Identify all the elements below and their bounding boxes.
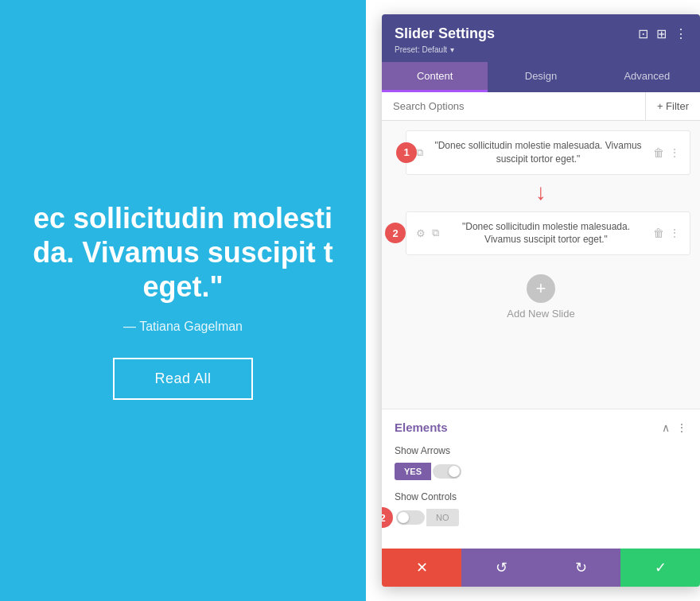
redo-button[interactable]: ↻ [541,549,620,587]
slide-2-copy-icon[interactable]: ⧉ [432,227,439,239]
panel-title: Slider Settings [395,25,495,42]
step-badge-2: 2 [385,223,406,243]
add-slide-circle: + [527,274,555,303]
show-arrows-track[interactable] [433,464,461,479]
expand-icon[interactable]: ⊡ [638,26,648,41]
slide-1-actions: 🗑 ⋮ [653,146,680,159]
quote-text: ec sollicitudin molesti da. Vivamus susc… [32,201,334,304]
save-button[interactable]: ✓ [620,549,700,587]
preset-label[interactable]: Preset: Default ▾ [395,45,687,54]
slide-1-text: "Donec sollicitudin molestie malesuada. … [430,139,647,166]
show-arrows-label: Show Arrows [395,445,687,456]
elements-collapse-icon[interactable]: ∧ [662,421,670,434]
show-arrows-yes[interactable]: YES [395,463,431,480]
show-controls-no[interactable]: NO [426,509,459,526]
show-controls-track[interactable] [396,510,425,525]
slide-reorder-arrow: ↓ [391,181,690,204]
slide-2-delete-icon[interactable]: 🗑 [653,227,664,239]
show-controls-label: Show Controls [395,491,687,502]
slider-settings-panel: Slider Settings ⊡ ⊞ ⋮ Preset: Default ▾ … [382,14,700,587]
slide-2-actions: 🗑 ⋮ [653,227,680,239]
elements-more-icon[interactable]: ⋮ [676,421,687,434]
tab-design[interactable]: Design [488,62,593,92]
more-options-icon[interactable]: ⋮ [675,26,687,41]
show-controls-toggle[interactable]: NO [395,509,459,526]
tab-advanced[interactable]: Advanced [594,62,700,92]
quote-author: — Tatiana Gagelman [123,320,243,334]
slide-2-wrapper: 2 ⚙ ⧉ "Donec sollicitudin molestie males… [391,211,690,256]
tab-content[interactable]: Content [382,62,488,92]
filter-button[interactable]: + Filter [645,92,700,120]
add-new-slide[interactable]: + Add New Slide [391,262,690,332]
panel-header: Slider Settings ⊡ ⊞ ⋮ Preset: Default ▾ [382,14,700,62]
preset-text: Preset: Default [395,45,447,54]
show-arrows-thumb [449,466,460,477]
show-controls-toggle-wrapper: 2 NO [395,509,687,526]
elements-header: Elements ∧ ⋮ [395,421,687,434]
cancel-button[interactable]: ✕ [382,549,461,587]
slide-2-gear-icon[interactable]: ⚙ [416,227,426,239]
add-slide-label: Add New Slide [507,308,574,320]
show-arrows-toggle[interactable]: YES [395,463,687,480]
search-bar: + Filter [382,92,700,121]
slide-item-2: ⚙ ⧉ "Donec sollicitudin molestie malesua… [406,211,690,256]
elements-section: Elements ∧ ⋮ Show Arrows YES Show Contro… [382,409,700,549]
left-panel: ec sollicitudin molesti da. Vivamus susc… [0,0,366,601]
slide-1-more-icon[interactable]: ⋮ [669,146,680,159]
step-badge-controls: 2 [382,507,393,528]
slide-1-delete-icon[interactable]: 🗑 [653,146,664,159]
search-input[interactable] [382,92,645,120]
tabs-bar: Content Design Advanced [382,62,700,92]
header-icons: ⊡ ⊞ ⋮ [638,26,687,41]
slide-2-text: "Donec sollicitudin molestie malesuada. … [445,220,647,247]
arrow-down-icon: ↓ [535,181,546,204]
read-all-button[interactable]: Read All [113,358,252,400]
slide-1-copy-icon[interactable]: ⧉ [416,146,423,159]
elements-title: Elements [395,421,448,434]
slide-1-wrapper: 1 ⧉ "Donec sollicitudin molestie malesua… [391,130,690,175]
slide-2-more-icon[interactable]: ⋮ [669,227,680,239]
slide-item-1: ⧉ "Donec sollicitudin molestie malesuada… [406,130,690,175]
slides-area: 1 ⧉ "Donec sollicitudin molestie malesua… [382,121,700,409]
show-controls-setting: Show Controls 2 NO [395,491,687,526]
preset-chevron-icon: ▾ [450,45,454,54]
elements-controls: ∧ ⋮ [662,421,687,434]
step-badge-1: 1 [396,142,417,163]
undo-button[interactable]: ↺ [461,549,541,587]
columns-icon[interactable]: ⊞ [656,26,667,41]
show-arrows-setting: Show Arrows YES [395,445,687,480]
show-controls-thumb [398,512,409,523]
bottom-bar: ✕ ↺ ↻ ✓ [382,549,700,587]
